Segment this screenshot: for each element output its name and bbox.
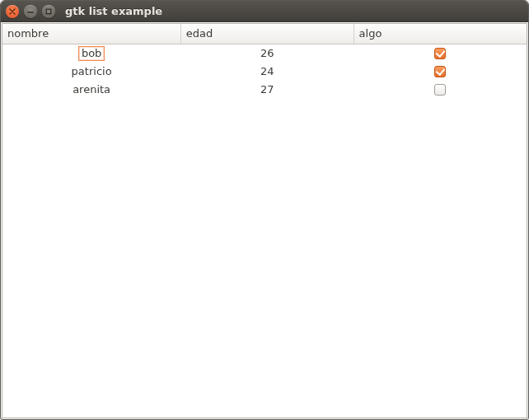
- close-icon[interactable]: [6, 5, 19, 18]
- column-header-name[interactable]: nombre: [2, 24, 180, 44]
- treeview[interactable]: nombre edad algo bob 26 patricio: [2, 24, 527, 99]
- minimize-icon[interactable]: [24, 5, 37, 18]
- window-title: gtk list example: [65, 5, 162, 17]
- checkbox[interactable]: [434, 84, 446, 96]
- age-cell[interactable]: 24: [180, 63, 353, 81]
- maximize-icon[interactable]: [42, 5, 55, 18]
- window: gtk list example nombre edad algo bob 26: [0, 0, 529, 420]
- column-header-age[interactable]: edad: [180, 24, 353, 44]
- treeview-container: nombre edad algo bob 26 patricio: [2, 23, 527, 418]
- name-cell[interactable]: arenita: [2, 81, 180, 99]
- age-cell[interactable]: 27: [180, 81, 353, 99]
- table-row[interactable]: bob 26: [2, 44, 527, 63]
- name-cell[interactable]: patricio: [2, 63, 180, 81]
- checkbox[interactable]: [434, 66, 446, 77]
- table-row[interactable]: arenita 27: [2, 81, 527, 99]
- svg-rect-0: [46, 9, 51, 14]
- titlebar[interactable]: gtk list example: [1, 1, 528, 22]
- checkbox[interactable]: [434, 48, 446, 59]
- name-cell-editor[interactable]: bob: [78, 46, 105, 61]
- table-row[interactable]: patricio 24: [2, 63, 527, 81]
- age-cell[interactable]: 26: [180, 44, 353, 63]
- column-header-something[interactable]: algo: [353, 24, 527, 44]
